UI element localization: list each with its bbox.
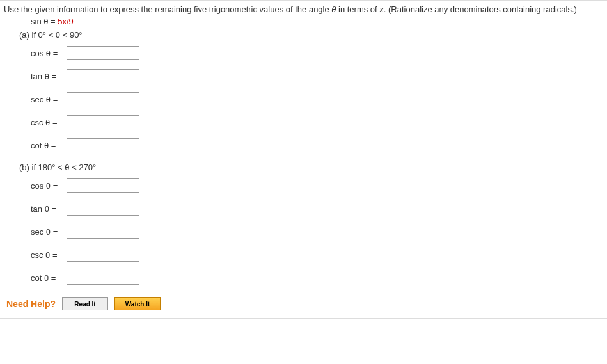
- row-a-tan: tan θ =: [0, 68, 607, 84]
- label-b-tan: tan θ =: [31, 204, 67, 214]
- prompt-text-2: in terms of: [336, 4, 379, 14]
- label-a-cos: cos θ =: [31, 49, 67, 58]
- row-a-cos: cos θ =: [0, 45, 607, 61]
- input-b-sec[interactable]: [67, 225, 139, 239]
- label-a-tan: tan θ =: [31, 72, 67, 81]
- part-a-heading: (a) if 0° < θ < 90°: [0, 30, 607, 40]
- input-a-tan[interactable]: [67, 69, 139, 83]
- row-a-csc: csc θ =: [0, 114, 607, 131]
- input-a-csc[interactable]: [67, 115, 139, 129]
- given-equation: sin θ = 5x/9: [0, 17, 607, 26]
- input-b-csc[interactable]: [67, 248, 139, 262]
- row-b-csc: csc θ =: [0, 246, 607, 263]
- label-b-csc: csc θ =: [31, 250, 67, 260]
- question-container: Use the given information to express the…: [0, 0, 607, 319]
- input-a-sec[interactable]: [67, 92, 139, 106]
- question-prompt: Use the given information to express the…: [0, 4, 607, 17]
- input-b-cos[interactable]: [67, 178, 139, 193]
- input-a-cot[interactable]: [67, 138, 139, 152]
- label-b-sec: sec θ =: [31, 227, 67, 237]
- input-a-cos[interactable]: [67, 46, 139, 60]
- input-b-cot[interactable]: [67, 271, 139, 285]
- row-a-cot: cot θ =: [0, 137, 607, 154]
- row-b-sec: sec θ =: [0, 223, 607, 240]
- prompt-text-3: . (Rationalize any denominators containi…: [384, 4, 577, 14]
- prompt-text-1: Use the given information to express the…: [4, 4, 331, 14]
- label-a-csc: csc θ =: [31, 118, 67, 127]
- row-a-sec: sec θ =: [0, 91, 607, 107]
- row-b-tan: tan θ =: [0, 200, 607, 217]
- need-help-row: Need Help? Read It Watch It: [0, 292, 607, 318]
- label-a-sec: sec θ =: [31, 95, 67, 104]
- row-b-cot: cot θ =: [0, 269, 607, 286]
- given-rhs: 5x/9: [58, 17, 74, 26]
- label-b-cos: cos θ =: [31, 181, 67, 191]
- read-it-button[interactable]: Read It: [62, 297, 108, 310]
- label-a-cot: cot θ =: [31, 141, 67, 150]
- watch-it-button[interactable]: Watch It: [114, 297, 161, 310]
- input-b-tan[interactable]: [67, 202, 139, 216]
- given-lhs: sin θ =: [31, 17, 58, 26]
- part-b-heading: (b) if 180° < θ < 270°: [0, 162, 607, 172]
- label-b-cot: cot θ =: [31, 273, 67, 283]
- row-b-cos: cos θ =: [0, 177, 607, 194]
- need-help-label: Need Help?: [6, 299, 56, 309]
